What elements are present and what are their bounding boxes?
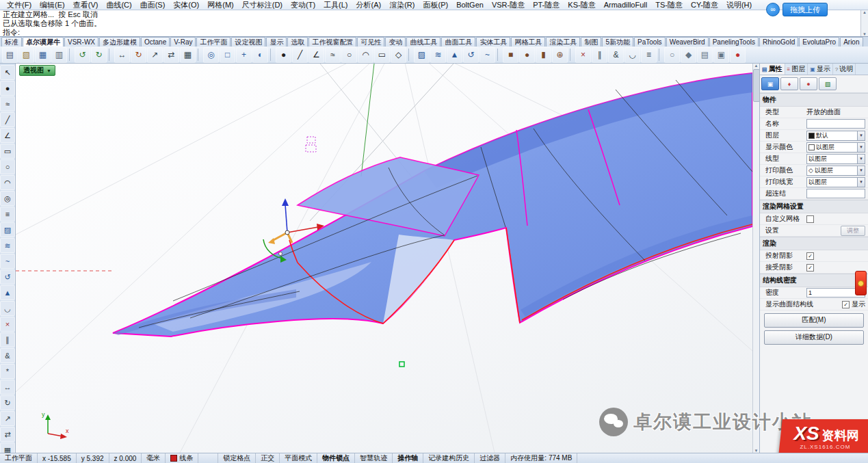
array-icon[interactable]: ▦ xyxy=(180,47,196,63)
point-icon[interactable]: ● xyxy=(276,47,291,63)
rotate-icon[interactable]: ↻ xyxy=(0,395,15,410)
menu-item[interactable]: 实体(O) xyxy=(169,0,203,10)
show-isocurves-checkbox[interactable]: ✓ xyxy=(842,301,850,308)
toolbar-separator[interactable] xyxy=(497,49,501,61)
paint-icon[interactable]: ♦ xyxy=(780,77,798,90)
display-mode-icon[interactable]: ▣ xyxy=(713,47,729,63)
menu-item[interactable]: 分析(A) xyxy=(352,0,386,10)
menu-item[interactable]: 变动(T) xyxy=(287,0,319,10)
layers-icon[interactable]: ▤ xyxy=(697,47,713,63)
sweep-icon[interactable]: ~ xyxy=(479,47,495,63)
select-icon[interactable]: ↖ xyxy=(0,65,15,80)
toolbar-separator[interactable] xyxy=(659,49,662,61)
menu-item[interactable]: 曲线(C) xyxy=(102,0,135,10)
move-icon[interactable]: ↔ xyxy=(114,47,130,63)
toolbar-tab[interactable]: EvolutaPro xyxy=(799,37,839,47)
status-toggle[interactable]: 记录建构历史 xyxy=(423,453,475,463)
polygon-icon[interactable]: ◇ xyxy=(391,47,406,63)
toolbar-separator[interactable] xyxy=(570,49,573,61)
status-toggle[interactable]: 物件锁点 xyxy=(317,453,355,463)
menu-item[interactable]: 面板(P) xyxy=(419,0,452,10)
line-icon[interactable]: ╱ xyxy=(0,112,15,127)
cylinder-icon[interactable]: ▮ xyxy=(536,47,551,63)
offset-icon[interactable]: ≡ xyxy=(641,47,657,63)
toolbar-tab[interactable]: 曲线工具 xyxy=(406,37,440,47)
toolbar-separator[interactable] xyxy=(270,49,274,61)
surface-icon[interactable]: ▨ xyxy=(414,47,430,63)
toolbar-tab[interactable]: RhinoGold xyxy=(759,37,798,47)
scroll-up-icon[interactable]: ▲ xyxy=(754,64,759,68)
panel-tab[interactable]: ▤属性 xyxy=(760,64,785,75)
mirror-icon[interactable]: ⇄ xyxy=(163,47,179,63)
split-icon[interactable]: ∥ xyxy=(592,47,607,63)
revolve-icon[interactable]: ↺ xyxy=(0,269,15,285)
curve-icon[interactable]: ≈ xyxy=(0,96,15,111)
status-toggle[interactable]: 智慧轨迹 xyxy=(355,453,393,463)
toolbar-separator[interactable] xyxy=(198,49,201,61)
adjust-button[interactable]: 调整 xyxy=(841,226,865,236)
menu-item[interactable]: PT-随意 xyxy=(529,0,564,10)
menu-item[interactable]: 文件(F) xyxy=(3,0,36,10)
toolbar-tab[interactable]: 工作视窗配置 xyxy=(308,37,356,47)
receive-shadows-checkbox[interactable]: ✓ xyxy=(806,264,814,272)
menu-item[interactable]: TS-随意 xyxy=(651,0,687,10)
explode-icon[interactable]: * xyxy=(0,364,15,379)
revolve-icon[interactable]: ↺ xyxy=(463,47,479,63)
details-button[interactable]: 详细数据(D) xyxy=(764,330,864,345)
toolbar-tab[interactable]: 多边形建模 xyxy=(99,37,140,47)
menu-item[interactable]: 渲染(R) xyxy=(385,0,419,10)
fillet-icon[interactable]: ◡ xyxy=(0,301,15,316)
fillet-icon[interactable]: ◡ xyxy=(624,47,640,63)
scroll-down-icon[interactable]: ▼ xyxy=(863,32,867,36)
save-file-icon[interactable]: ▦ xyxy=(35,47,51,63)
toolbar-separator[interactable] xyxy=(408,49,412,61)
panel-tab[interactable]: ?说明 xyxy=(833,64,856,75)
arc-icon[interactable]: ◠ xyxy=(0,175,15,190)
status-toggle[interactable]: 平面模式 xyxy=(280,453,317,463)
chevron-down-icon[interactable]: ▼ xyxy=(857,155,865,163)
print-width-dropdown[interactable]: 以图层 ▼ xyxy=(806,177,865,187)
current-layer-indicator[interactable]: 线条 xyxy=(166,453,198,463)
box-icon[interactable]: ■ xyxy=(503,47,518,63)
hyperlink-input[interactable] xyxy=(806,189,865,198)
chevron-down-icon[interactable]: ▼ xyxy=(857,143,865,152)
linetype-dropdown[interactable]: 以图层 ▼ xyxy=(806,154,865,164)
panel-tab[interactable]: ▣显示 xyxy=(808,64,833,75)
point-icon[interactable]: ● xyxy=(0,81,15,96)
toolbar-tab[interactable]: 卓尔谟犀牛 xyxy=(23,37,64,47)
join-icon[interactable]: & xyxy=(0,348,15,363)
menu-item[interactable]: 尺寸标注(D) xyxy=(238,0,287,10)
zoom-extents-icon[interactable]: ◎ xyxy=(203,47,219,63)
object-page-icon[interactable]: ▣ xyxy=(761,77,779,90)
rectangle-icon[interactable]: ▭ xyxy=(0,144,15,159)
toolbar-tab[interactable]: Arion xyxy=(840,37,863,47)
display-color-dropdown[interactable]: 以图层 ▼ xyxy=(806,142,865,153)
print-color-dropdown[interactable]: ◇以图层 ▼ xyxy=(806,166,865,176)
menu-item[interactable]: KS-随意 xyxy=(564,0,599,10)
pan-view-icon[interactable]: + xyxy=(236,47,252,63)
move-icon[interactable]: ↔ xyxy=(0,380,15,395)
menu-item[interactable]: 编辑(E) xyxy=(36,0,69,10)
surface-patch[interactable] xyxy=(298,157,479,236)
chevron-down-icon[interactable]: ▼ xyxy=(857,166,865,175)
custom-mesh-checkbox[interactable] xyxy=(806,215,814,223)
toolbar-tab[interactable]: WeaverBird xyxy=(666,37,709,47)
toolbar-tab[interactable]: 选取 xyxy=(287,37,308,47)
command-scrollbar[interactable]: ▲ ▼ xyxy=(860,10,868,36)
viewport-perspective[interactable]: 透视图 ▼ xyxy=(16,64,752,453)
toolbar-tab[interactable]: V-Ray xyxy=(170,37,196,47)
undo-icon[interactable]: ↺ xyxy=(75,47,90,63)
toolbar-tab[interactable]: Octane xyxy=(141,37,170,47)
units-indicator[interactable]: 毫米 xyxy=(142,453,166,463)
toolbar-tab[interactable]: 显示 xyxy=(266,37,287,47)
circle-icon[interactable]: ○ xyxy=(0,159,15,174)
toolbar-tab[interactable]: 5新功能 xyxy=(602,37,633,47)
ellipse-icon[interactable]: ◎ xyxy=(0,191,15,206)
toolbar-tab[interactable]: VSR-WX xyxy=(64,37,98,47)
loft-icon[interactable]: ≋ xyxy=(430,47,446,63)
status-toggle[interactable]: 正交 xyxy=(256,453,280,463)
boolean-union-icon[interactable]: ⊕ xyxy=(552,47,568,63)
sphere-icon[interactable]: ● xyxy=(519,47,535,63)
toolbar-tab[interactable]: 设定视图 xyxy=(231,37,265,47)
chevron-down-icon[interactable]: ▼ xyxy=(857,131,865,140)
